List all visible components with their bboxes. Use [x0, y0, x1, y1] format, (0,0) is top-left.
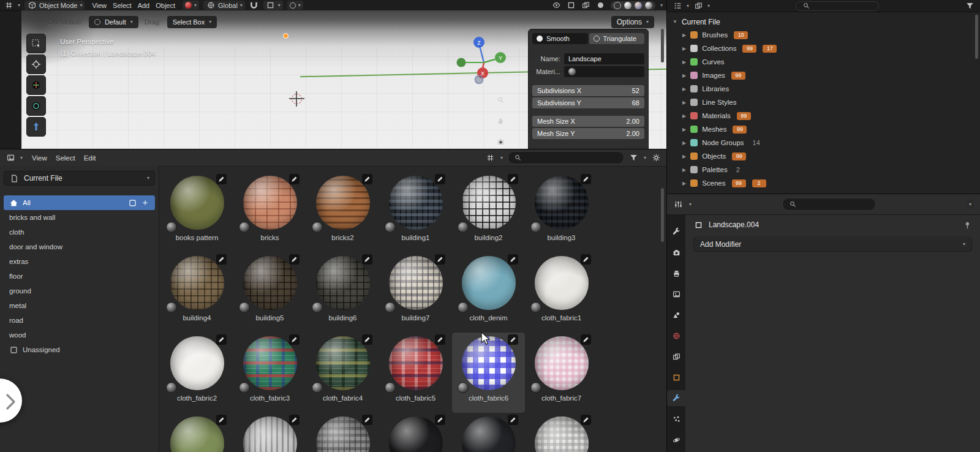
- asset-partial-3[interactable]: [306, 413, 379, 452]
- shading-material-icon[interactable]: [635, 2, 642, 9]
- outliner-item-node-groups[interactable]: ▶Node Groups14: [667, 136, 980, 149]
- xray-icon[interactable]: [567, 1, 576, 10]
- asset-search-input[interactable]: [508, 151, 624, 164]
- outliner-scrollbar[interactable]: [975, 15, 978, 59]
- edit-asset-icon[interactable]: [435, 254, 445, 265]
- asset-building5[interactable]: building5: [233, 252, 306, 333]
- edit-asset-icon[interactable]: [581, 174, 591, 184]
- asset-cloth-fabric3[interactable]: cloth_fabric3: [233, 333, 306, 413]
- category-unassigned[interactable]: Unassigned: [4, 342, 155, 357]
- asset-partial-2[interactable]: [233, 413, 306, 452]
- redo-field-subdivisions-x[interactable]: Subdivisions X52: [532, 85, 644, 96]
- edit-asset-icon[interactable]: [289, 254, 300, 265]
- edit-asset-icon[interactable]: [289, 415, 300, 425]
- asset-books-pattern[interactable]: books pattern: [160, 172, 233, 252]
- category-ground[interactable]: ground: [4, 284, 155, 298]
- outliner-item-collections[interactable]: ▶Collections9917: [667, 42, 980, 55]
- properties-tab-output[interactable]: [667, 265, 685, 281]
- tool-move[interactable]: [26, 75, 46, 95]
- expand-icon[interactable]: ▶: [682, 154, 686, 159]
- edit-asset-icon[interactable]: [581, 334, 591, 345]
- editor-type-icon[interactable]: [6, 153, 15, 163]
- properties-tab-modifiers[interactable]: [667, 390, 685, 406]
- category-metal[interactable]: metal: [4, 298, 155, 313]
- shading-wireframe-icon[interactable]: [614, 2, 621, 9]
- tool-select-box[interactable]: [26, 34, 46, 53]
- properties-tab-object[interactable]: [667, 369, 685, 385]
- expand-icon[interactable]: ▶: [682, 167, 686, 173]
- category-wood[interactable]: wood: [4, 328, 155, 342]
- redo-field-subdivisions-y[interactable]: Subdivisions Y68: [532, 97, 644, 108]
- display-mode-icon[interactable]: [693, 1, 703, 11]
- edit-asset-icon[interactable]: [216, 174, 227, 184]
- asset-partial-5[interactable]: [452, 413, 525, 452]
- navigation-gizmo[interactable]: Z Y X: [450, 34, 518, 104]
- outliner-item-libraries[interactable]: ▶Libraries: [667, 82, 980, 96]
- edit-asset-icon[interactable]: [216, 254, 227, 265]
- options-dropdown[interactable]: Options ▾: [611, 16, 654, 28]
- asset-partial-1[interactable]: [160, 413, 233, 452]
- edit-asset-icon[interactable]: [362, 254, 372, 265]
- edit-asset-icon[interactable]: [289, 174, 300, 184]
- tool-transform[interactable]: [26, 117, 46, 137]
- gear-icon[interactable]: [651, 153, 661, 163]
- outliner-search-input[interactable]: [796, 1, 879, 11]
- expand-icon[interactable]: ▶: [682, 127, 686, 132]
- add-catalog-icon[interactable]: [141, 198, 149, 207]
- expand-icon[interactable]: ▶: [682, 59, 686, 65]
- outliner-item-palettes[interactable]: ▶Palettes2: [667, 163, 980, 176]
- expand-icon[interactable]: ▶: [682, 181, 686, 186]
- material-input[interactable]: [564, 66, 644, 77]
- edit-asset-icon[interactable]: [435, 415, 445, 425]
- asset-building1[interactable]: building1: [379, 172, 452, 252]
- viewport-zoom-icon[interactable]: [494, 94, 507, 107]
- tool-cursor[interactable]: [26, 55, 46, 74]
- outliner-item-materials[interactable]: ▶Materials99: [667, 109, 980, 122]
- edit-asset-icon[interactable]: [508, 334, 518, 345]
- edit-asset-icon[interactable]: [581, 254, 591, 265]
- category-road[interactable]: road: [4, 313, 155, 328]
- snapping-button[interactable]: ▾: [263, 1, 283, 10]
- display-size-icon[interactable]: [486, 153, 496, 163]
- mode-options-button[interactable]: ▾: [183, 1, 199, 10]
- asset-building2[interactable]: building2: [452, 172, 525, 252]
- asset-grid-scrollbar[interactable]: [661, 188, 664, 242]
- outliner-root-current-file[interactable]: ▼ Current File: [667, 15, 980, 28]
- category-cloth[interactable]: cloth: [4, 225, 155, 239]
- properties-tab-physics[interactable]: [667, 432, 685, 448]
- drag-dropdown[interactable]: Select Box ▾: [167, 16, 217, 28]
- name-input[interactable]: Landscape: [564, 53, 644, 64]
- properties-tab-scene[interactable]: [667, 307, 685, 323]
- collapse-icon[interactable]: ▼: [673, 19, 677, 24]
- edit-asset-icon[interactable]: [362, 334, 372, 345]
- asset-building3[interactable]: building3: [525, 172, 598, 252]
- menu-select[interactable]: Select: [51, 154, 80, 162]
- properties-tab-particles[interactable]: [667, 411, 685, 427]
- orientation-dropdown[interactable]: Default ▾: [89, 16, 138, 28]
- viewport-pan-icon[interactable]: [494, 115, 507, 127]
- properties-search-input[interactable]: [782, 198, 876, 211]
- category-extras[interactable]: extras: [4, 254, 155, 269]
- category-bricks-and-wall[interactable]: bricks and wall: [4, 210, 155, 225]
- asset-bricks[interactable]: bricks: [233, 172, 306, 252]
- edit-asset-icon[interactable]: [362, 174, 372, 184]
- editor-type-icon[interactable]: [673, 200, 683, 209]
- editor-type-icon[interactable]: [4, 1, 13, 10]
- properties-tab-tool[interactable]: [667, 224, 685, 239]
- properties-tab-view-layer[interactable]: [667, 286, 685, 302]
- properties-tab-world[interactable]: [667, 328, 685, 344]
- viewport-scrollbar[interactable]: [661, 29, 664, 62]
- visibility-icon[interactable]: [552, 1, 562, 10]
- category-floor[interactable]: floor: [4, 269, 155, 284]
- edit-asset-icon[interactable]: [435, 334, 445, 345]
- edit-asset-icon[interactable]: [435, 174, 445, 184]
- outliner-item-line-styles[interactable]: ▶Line Styles: [667, 96, 980, 109]
- editor-type-icon[interactable]: [673, 1, 682, 11]
- category-all[interactable]: All: [4, 195, 155, 210]
- snap-magnet-icon[interactable]: [249, 1, 259, 10]
- asset-partial-4[interactable]: [379, 413, 452, 452]
- category-door-and-window[interactable]: door and window: [4, 239, 155, 254]
- proportional-editing-button[interactable]: ▾: [287, 1, 303, 10]
- overlays-icon[interactable]: [581, 1, 591, 10]
- outliner-item-scenes[interactable]: ▶Scenes992: [667, 176, 980, 190]
